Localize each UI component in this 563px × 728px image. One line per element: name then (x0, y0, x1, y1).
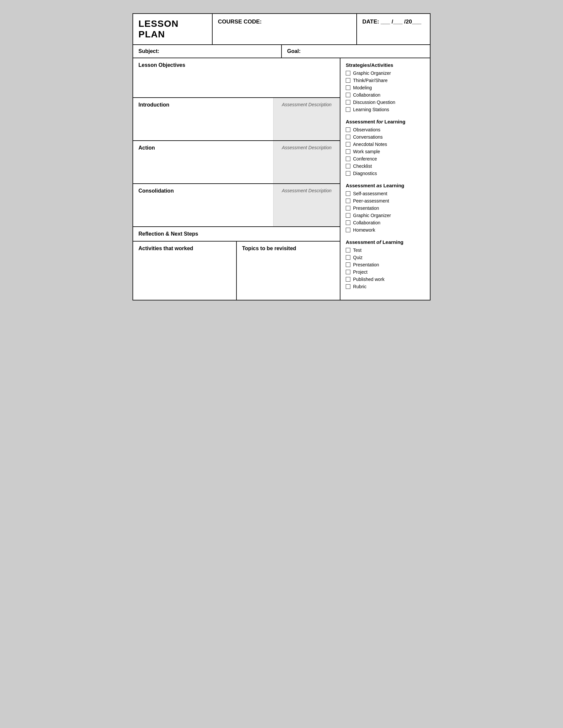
checkbox-collaboration-as[interactable] (346, 220, 351, 225)
list-item[interactable]: Modeling (346, 85, 425, 90)
checkbox-learning-stations[interactable] (346, 107, 351, 112)
item-label: Discussion Question (353, 100, 396, 105)
list-item[interactable]: Observations (346, 127, 425, 132)
main-content: Lesson Objectives Introduction Assessmen… (133, 58, 430, 300)
list-item[interactable]: Collaboration (346, 220, 425, 225)
list-item[interactable]: Rubric (346, 284, 425, 289)
list-item[interactable]: Graphic Organizer (346, 213, 425, 218)
reflection-section: Reflection & Next Steps (133, 227, 340, 242)
checkbox-graphic-organizer[interactable] (346, 71, 351, 75)
checkbox-diagnostics[interactable] (346, 171, 351, 176)
list-item[interactable]: Discussion Question (346, 100, 425, 105)
list-item[interactable]: Checklist (346, 163, 425, 169)
assessment-of-title: Assessment of Learning (346, 239, 425, 245)
introduction-section: Introduction Assessment Description (133, 98, 340, 141)
item-label: Work sample (353, 149, 380, 154)
activities-worked-label: Activities that worked (138, 246, 231, 251)
introduction-left: Introduction (133, 98, 273, 140)
subject-label: Subject: (133, 45, 282, 58)
item-label: Published work (353, 277, 385, 282)
list-item[interactable]: Anecdotal Notes (346, 142, 425, 147)
item-label: Checklist (353, 163, 372, 169)
checkbox-checklist[interactable] (346, 164, 351, 168)
item-label: Homework (353, 227, 375, 233)
item-label: Self-assessment (353, 191, 387, 196)
consolidation-left: Consolidation (133, 184, 273, 226)
right-column: Strategies/Activities Graphic Organizer … (341, 58, 430, 300)
checkbox-collaboration-strat[interactable] (346, 93, 351, 97)
assessment-of-items: Test Quiz Presentation Project (346, 248, 425, 289)
item-label: Observations (353, 127, 380, 132)
checkbox-presentation-of[interactable] (346, 262, 351, 267)
item-label: Graphic Organizer (353, 70, 391, 76)
assessment-as-group: Assessment as Learning Self-assessment P… (346, 183, 425, 235)
list-item[interactable]: Work sample (346, 149, 425, 154)
strategies-group: Strategies/Activities Graphic Organizer … (346, 62, 425, 114)
introduction-assessment-desc: Assessment Description (273, 98, 340, 140)
item-label: Diagnostics (353, 171, 377, 176)
reflection-label: Reflection & Next Steps (138, 231, 335, 237)
list-item[interactable]: Quiz (346, 255, 425, 260)
item-label: Test (353, 248, 362, 253)
list-item[interactable]: Conference (346, 156, 425, 161)
checkbox-modeling[interactable] (346, 85, 351, 90)
list-item[interactable]: Presentation (346, 205, 425, 211)
item-label: Collaboration (353, 220, 381, 225)
item-label: Think/Pair/Share (353, 78, 388, 83)
topics-revisited: Topics to be revisited (237, 242, 340, 300)
checkbox-think-pair-share[interactable] (346, 78, 351, 83)
checkbox-conference[interactable] (346, 157, 351, 161)
action-section: Action Assessment Description (133, 141, 340, 184)
item-label: Presentation (353, 205, 379, 211)
checkbox-peer-assessment[interactable] (346, 199, 351, 203)
consolidation-section: Consolidation Assessment Description (133, 184, 340, 227)
introduction-assessment-label: Assessment Description (282, 102, 332, 107)
lesson-objectives-label: Lesson Objectives (138, 62, 335, 68)
list-item[interactable]: Test (346, 248, 425, 253)
consolidation-assessment-desc: Assessment Description (273, 184, 340, 226)
checkbox-observations[interactable] (346, 127, 351, 132)
checkbox-work-sample[interactable] (346, 149, 351, 154)
checkbox-homework[interactable] (346, 228, 351, 232)
strategies-items: Graphic Organizer Think/Pair/Share Model… (346, 70, 425, 112)
checkbox-published-work[interactable] (346, 277, 351, 282)
activities-worked: Activities that worked (133, 242, 237, 300)
assessment-as-items: Self-assessment Peer-assessment Presenta… (346, 191, 425, 233)
checkbox-graphic-organizer-as[interactable] (346, 213, 351, 218)
lesson-objectives-section: Lesson Objectives (133, 58, 340, 98)
list-item[interactable]: Presentation (346, 262, 425, 267)
checkbox-presentation-as[interactable] (346, 206, 351, 210)
list-item[interactable]: Peer-assessment (346, 198, 425, 204)
item-label: Conference (353, 156, 377, 161)
action-label: Action (138, 145, 268, 151)
strategies-title: Strategies/Activities (346, 62, 425, 68)
list-item[interactable]: Conversations (346, 134, 425, 140)
checkbox-self-assessment[interactable] (346, 191, 351, 196)
list-item[interactable]: Think/Pair/Share (346, 78, 425, 83)
checkbox-anecdotal-notes[interactable] (346, 142, 351, 147)
introduction-label: Introduction (138, 102, 268, 108)
topics-revisited-label: Topics to be revisited (242, 246, 335, 251)
item-label: Conversations (353, 134, 383, 140)
item-label: Peer-assessment (353, 198, 389, 204)
checkbox-discussion-question[interactable] (346, 100, 351, 105)
checkbox-quiz[interactable] (346, 255, 351, 260)
list-item[interactable]: Self-assessment (346, 191, 425, 196)
item-label: Anecdotal Notes (353, 142, 387, 147)
checkbox-test[interactable] (346, 248, 351, 252)
list-item[interactable]: Homework (346, 227, 425, 233)
action-left: Action (133, 141, 273, 183)
checkbox-project[interactable] (346, 270, 351, 274)
item-label: Modeling (353, 85, 372, 90)
list-item[interactable]: Published work (346, 277, 425, 282)
left-column: Lesson Objectives Introduction Assessmen… (133, 58, 341, 300)
assessment-as-title: Assessment as Learning (346, 183, 425, 188)
list-item[interactable]: Diagnostics (346, 171, 425, 176)
item-label: Graphic Organizer (353, 213, 391, 218)
checkbox-rubric[interactable] (346, 284, 351, 289)
list-item[interactable]: Project (346, 269, 425, 275)
list-item[interactable]: Graphic Organizer (346, 70, 425, 76)
checkbox-conversations[interactable] (346, 135, 351, 139)
list-item[interactable]: Collaboration (346, 92, 425, 98)
list-item[interactable]: Learning Stations (346, 107, 425, 112)
